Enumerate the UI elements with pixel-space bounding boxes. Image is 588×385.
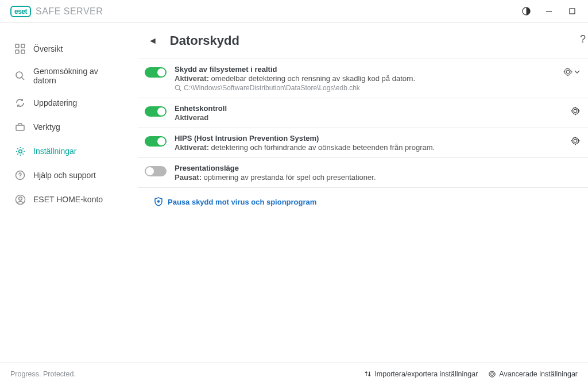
row-desc: Aktiverad [175,113,568,122]
import-export-link[interactable]: Importera/exportera inställningar [364,370,478,378]
refresh-icon [14,97,26,109]
toggle-device-control[interactable] [145,106,167,117]
row-title: HIPS (Host Intrusion Prevention System) [175,134,568,143]
brand-badge: eset [10,6,31,17]
maximize-icon [569,8,575,14]
user-circle-icon [14,193,26,206]
svg-point-12 [20,177,20,178]
svg-line-16 [179,89,181,91]
svg-point-17 [157,200,160,202]
sidebar-item-overview[interactable]: Översikt [0,37,138,61]
dashboard-icon [14,43,26,55]
half-circle-icon [522,7,531,16]
footer-link-label: Importera/exportera inställningar [374,370,478,378]
row-gear-button[interactable] [568,104,582,118]
minimize-icon [546,8,552,15]
row-path: C:\Windows\SoftwareDistribution\DataStor… [175,84,561,92]
sidebar-item-tools[interactable]: Verktyg [0,115,138,139]
sidebar-item-label: Hjälp och support [33,171,96,180]
sidebar-item-label: Verktyg [33,122,60,132]
contrast-toggle-button[interactable] [514,3,537,20]
row-desc: Aktiverat: omedelbar detektering och ren… [175,74,561,83]
help-icon [14,169,26,182]
minimize-button[interactable] [537,3,560,20]
setting-row-hips: HIPS (Host Intrusion Prevention System) … [138,128,588,158]
svg-rect-6 [21,50,25,53]
row-title: Presentationsläge [175,164,582,172]
svg-point-10 [18,149,22,153]
briefcase-icon [14,121,26,133]
gear-icon [571,136,580,145]
pause-link-label: Pausa skydd mot virus och spionprogram [168,198,316,206]
footer: Progress. Protected. Importera/exportera… [0,362,588,385]
gear-icon [488,370,496,378]
setting-row-realtime: Skydd av filsystemet i realtid Aktiverat… [138,59,588,98]
svg-point-15 [175,85,180,90]
sidebar-item-help[interactable]: Hjälp och support [0,163,138,187]
gear-icon [563,67,572,76]
sidebar: Översikt Genomsökning av datorn Uppdater… [0,23,138,362]
maximize-button[interactable] [560,3,583,20]
back-button[interactable]: ◄ [144,33,162,48]
gear-icon [14,145,26,157]
sidebar-item-label: Genomsökning av datorn [33,67,119,85]
advanced-settings-link[interactable]: Avancerade inställningar [488,370,578,378]
row-desc: Pausat: optimering av prestanda för spel… [175,173,582,182]
sidebar-item-update[interactable]: Uppdatering [0,91,138,115]
chevron-down-icon [574,69,580,75]
svg-rect-9 [16,125,24,130]
setting-row-device-control: Enhetskontroll Aktiverad [138,98,588,128]
sidebar-item-label: Uppdatering [33,98,77,107]
shield-icon [154,197,163,206]
magnifier-icon [14,70,26,82]
gear-icon [571,106,580,116]
page-title: Datorskydd [170,33,239,48]
magnifier-small-icon [175,84,181,91]
sidebar-item-scan[interactable]: Genomsökning av datorn [0,61,138,91]
row-title: Skydd av filsystemet i realtid [175,65,561,74]
setting-row-presentation: Presentationsläge Pausat: optimering av … [138,158,588,188]
sidebar-item-label: Översikt [33,44,63,53]
footer-link-label: Avancerade inställningar [499,370,578,378]
import-export-icon [364,370,372,378]
toggle-presentation[interactable] [145,166,167,176]
row-title: Enhetskontroll [175,104,568,113]
sidebar-item-label: ESET HOME-konto [33,195,103,204]
svg-line-8 [22,78,24,80]
row-gear-button[interactable] [568,134,582,148]
svg-point-14 [18,197,22,200]
svg-rect-3 [16,44,19,48]
footer-slogan: Progress. Protected. [10,370,354,378]
row-desc: Aktiverat: detektering och förhindrande … [175,143,568,152]
pause-protection-link[interactable]: Pausa skydd mot virus och spionprogram [138,188,588,206]
sidebar-item-settings[interactable]: Inställningar [0,139,138,163]
help-button[interactable]: ? [580,33,586,45]
svg-rect-2 [570,9,575,14]
toggle-realtime[interactable] [145,67,167,78]
svg-rect-4 [21,44,25,48]
sidebar-item-home-account[interactable]: ESET HOME-konto [0,187,138,211]
svg-rect-5 [16,50,19,53]
main-panel: ◄ Datorskydd ? Skydd av filsystemet i re… [138,23,588,362]
title-bar: eset SAFE SERVER [0,0,588,23]
svg-point-7 [16,72,22,78]
brand-product: SAFE SERVER [36,6,103,17]
toggle-hips[interactable] [145,136,167,147]
row-gear-dropdown[interactable] [561,65,582,79]
sidebar-item-label: Inställningar [33,147,77,156]
